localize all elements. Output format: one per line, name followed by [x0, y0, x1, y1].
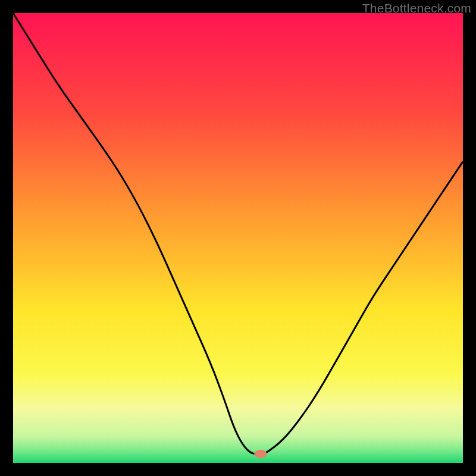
chart-frame: TheBottleneck.com: [0, 0, 476, 476]
plot-background: [13, 13, 463, 463]
optimal-point-marker: [254, 450, 267, 458]
watermark-label: TheBottleneck.com: [362, 1, 471, 15]
bottleneck-plot: [13, 13, 463, 463]
